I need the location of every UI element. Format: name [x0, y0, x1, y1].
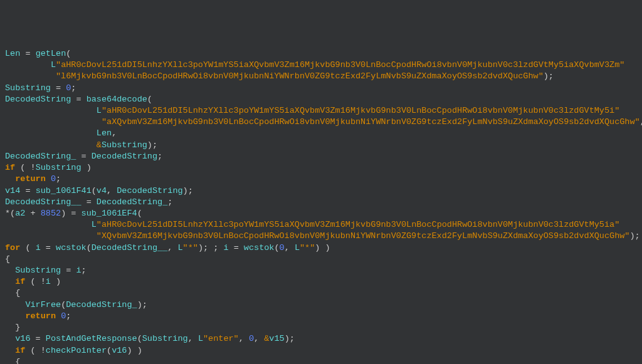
token-func: sub_1061EF4 [82, 209, 137, 218]
token-punc [5, 60, 51, 70]
token-var: DecodedString_ [5, 152, 76, 161]
token-func: base64decode [87, 95, 147, 104]
token-var: DecodedString [5, 95, 71, 104]
code-line: *(a2 + 8852) = sub_1061EF4( [5, 208, 637, 219]
token-var: i [46, 277, 51, 286]
code-line: VirFree(DecodedString_); [5, 299, 637, 311]
token-var: Substring [36, 163, 82, 172]
token-kw: return [15, 174, 46, 184]
token-num: 0 [249, 334, 254, 343]
code-line: v14 = sub_1061F41(v4, DecodedString); [5, 185, 637, 197]
token-var: v15 [269, 334, 284, 343]
token-var: DecodedString__ [5, 197, 82, 207]
token-punc: ; [66, 311, 71, 321]
token-punc: ; [82, 266, 87, 275]
token-strpfx: L [178, 243, 183, 252]
token-punc [5, 174, 15, 184]
code-line: { [5, 254, 637, 265]
token-op: = [71, 95, 86, 104]
code-line: for ( i = wcstok(DecodedString__, L"*");… [5, 242, 637, 254]
token-var: a2 [15, 209, 25, 218]
token-var: v4 [97, 186, 107, 195]
token-var: DecodedString_ [97, 197, 167, 207]
token-var: Len [97, 128, 112, 138]
code-line: v16 = PostAndGetResponse(Substring, L"en… [5, 333, 637, 345]
token-punc [5, 266, 15, 275]
token-var: i [223, 243, 228, 252]
token-punc: ; [167, 197, 172, 207]
token-punc: ) ) [315, 243, 330, 252]
token-num: 0 [280, 243, 285, 252]
token-strpfx: L [51, 60, 56, 70]
token-punc [5, 117, 102, 127]
token-punc [5, 140, 97, 150]
token-op: = [61, 266, 76, 275]
token-strpfx: L [295, 243, 300, 252]
token-punc: ( [87, 243, 92, 252]
token-punc: ); ; [198, 243, 224, 252]
decompiled-code-block: Len = getLen( L"aHR0cDovL251dDI5LnhzYXll… [5, 48, 637, 364]
token-str: "aXQvbmV3Zm16MjkvbG9nb3V0LnBocCpodHRwOi8… [102, 117, 640, 127]
token-punc: ( [107, 346, 112, 355]
token-punc: ); [147, 140, 157, 150]
token-func: VirFree [25, 300, 61, 309]
token-kw: return [25, 311, 56, 321]
token-var: Substring [5, 83, 51, 93]
code-line: } [5, 322, 637, 333]
token-func: wcstok [56, 243, 87, 252]
code-line: if ( !checkPointer(v16) ) [5, 345, 637, 356]
token-num: 0 [51, 174, 56, 184]
token-punc: ); [183, 186, 193, 195]
token-var: Len [5, 49, 20, 58]
code-line: if ( !i ) [5, 276, 637, 288]
token-op: + [25, 209, 40, 218]
token-op: = [31, 334, 46, 343]
token-punc: ); [285, 334, 295, 343]
token-punc: { [5, 357, 20, 364]
token-punc [5, 231, 97, 241]
token-kw: if [5, 163, 15, 172]
token-punc: ); [544, 71, 554, 81]
token-num: 8852 [41, 209, 61, 218]
token-str: "XQvbmV3Zm16MjkvbG9nb3V0LnBocCpodHRwOi8v… [97, 231, 630, 241]
code-line: DecodedString = base64decode( [5, 94, 637, 105]
token-var: DecodedString [92, 152, 157, 161]
code-line: return 0; [5, 174, 637, 185]
token-amp: & [97, 140, 102, 150]
token-kw: for [5, 243, 20, 252]
token-op: ! [41, 346, 46, 355]
token-func: PostAndGetResponse [46, 334, 137, 343]
token-str: "aHR0cDovL251dDI5LnhzYXllc3poYW1mYS5iaXQ… [97, 220, 619, 229]
token-strpfx: L [198, 334, 203, 343]
token-str: "enter" [203, 334, 239, 343]
token-op: ) = [61, 209, 81, 218]
code-line: "XQvbmV3Zm16MjkvbG9nb3V0LnBocCpodHRwOi8v… [5, 231, 637, 242]
token-var: DecodedString_ [66, 300, 137, 309]
token-op: ! [31, 163, 36, 172]
token-punc: ( [137, 334, 142, 343]
token-op: = [20, 49, 35, 58]
token-punc [5, 220, 92, 229]
token-punc: , [254, 334, 264, 343]
token-punc [5, 277, 15, 286]
token-op: = [229, 243, 244, 252]
token-punc: ; [56, 174, 61, 184]
token-func: wcstok [244, 243, 275, 252]
code-line: &Substring); [5, 140, 637, 151]
token-var: DecodedString [117, 186, 182, 195]
token-punc [5, 334, 15, 343]
token-punc: ( [92, 186, 97, 195]
token-punc: ) [51, 277, 61, 286]
token-punc [5, 106, 97, 115]
token-var: v14 [5, 186, 20, 195]
token-punc: ( [25, 277, 40, 286]
token-punc [46, 174, 51, 184]
token-strpfx: L [97, 106, 102, 115]
token-punc: { [5, 288, 20, 298]
token-punc: ; [71, 83, 76, 93]
code-line: DecodedString__ = DecodedString_; [5, 197, 637, 208]
token-var: i [36, 243, 41, 252]
code-line: return 0; [5, 311, 637, 322]
code-line: Len, [5, 128, 637, 139]
token-punc: , [285, 243, 295, 252]
